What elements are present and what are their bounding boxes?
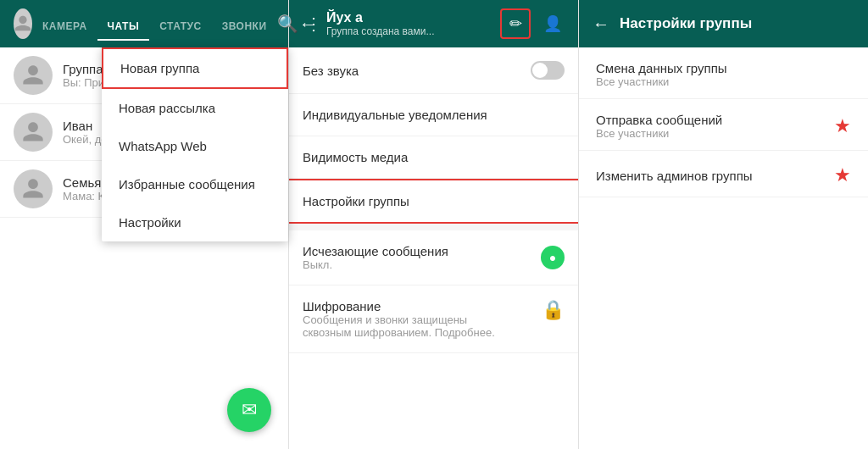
right-back-arrow[interactable]: ← (593, 14, 609, 34)
tab-chats[interactable]: ЧАТЫ (97, 20, 150, 41)
edit-admins-row[interactable]: Изменить админов группы ★ (579, 151, 868, 197)
disappearing-sub: Выкл. (303, 258, 448, 271)
encryption-row[interactable]: Шифрование Сообщения и звонки защищены с… (289, 285, 578, 353)
search-icon[interactable]: 🔍 (277, 14, 298, 34)
group-settings-row[interactable]: Настройки группы (289, 179, 578, 224)
header-actions: ✏ 👤 (500, 8, 568, 39)
avatar (14, 56, 53, 95)
dropdown-menu: Новая группа Новая рассылка WhatsApp Web… (102, 47, 288, 241)
tab-calls[interactable]: ЗВОНКИ (212, 20, 277, 41)
right-panel: ← Настройки группы Смена данных группы В… (578, 0, 868, 449)
add-person-icon: 👤 (543, 14, 562, 33)
change-group-data-row[interactable]: Смена данных группы Все участники (579, 47, 868, 99)
menu-starred[interactable]: Избранные сообщения (102, 165, 288, 203)
mute-row[interactable]: Без звука (289, 47, 578, 94)
lock-icon: 🔒 (542, 299, 565, 321)
avatar (14, 169, 53, 208)
middle-header: ← Йух а Группа создана вами... ✏ 👤 (289, 0, 578, 47)
disappearing-messages-row[interactable]: Исчезающие сообщения Выкл. ● (289, 230, 578, 285)
more-icon[interactable]: ⋮ (305, 14, 322, 34)
change-group-data-title: Смена данных группы (596, 61, 727, 75)
media-visibility-label: Видимость медиа (303, 150, 408, 164)
send-messages-star-icon: ★ (834, 115, 851, 137)
menu-whatsapp-web[interactable]: WhatsApp Web (102, 127, 288, 165)
group-settings-label: Настройки группы (303, 194, 409, 208)
group-info: Йух а Группа создана вами... (326, 10, 490, 37)
disappearing-icon: ● (541, 246, 565, 269)
right-header: ← Настройки группы (579, 0, 868, 47)
user-avatar[interactable] (14, 8, 32, 39)
right-content: Смена данных группы Все участники Отправ… (579, 47, 868, 449)
menu-new-group[interactable]: Новая группа (102, 47, 288, 89)
left-panel: КАМЕРА ЧАТЫ СТАТУС ЗВОНКИ 🔍 ⋮ Новая груп… (0, 0, 288, 449)
menu-new-broadcast[interactable]: Новая рассылка (102, 89, 288, 127)
encryption-title: Шифрование (303, 299, 506, 313)
header-tabs: КАМЕРА ЧАТЫ СТАТУС ЗВОНКИ (32, 7, 277, 41)
mute-label: Без звука (303, 64, 359, 78)
compose-icon: ✉ (242, 399, 257, 421)
encryption-info: Шифрование Сообщения и звонки защищены с… (303, 299, 506, 339)
change-group-data-info: Смена данных группы Все участники (596, 61, 727, 88)
disappearing-label: Исчезающие сообщения (303, 244, 448, 258)
group-subtitle: Группа создана вами... (326, 25, 490, 37)
middle-panel: ← Йух а Группа создана вами... ✏ 👤 Без з… (288, 0, 578, 449)
middle-content: Без звука Индивидуальные уведомления Вид… (289, 47, 578, 449)
section-divider (289, 224, 578, 230)
send-messages-sub: Все участники (596, 127, 722, 140)
tab-status[interactable]: СТАТУС (149, 20, 211, 41)
edit-admins-star-icon: ★ (834, 164, 851, 186)
add-person-button[interactable]: 👤 (537, 8, 568, 39)
left-header: КАМЕРА ЧАТЫ СТАТУС ЗВОНКИ 🔍 ⋮ (0, 0, 288, 47)
custom-notifications-row[interactable]: Индивидуальные уведомления (289, 94, 578, 136)
avatar (14, 113, 53, 152)
compose-fab[interactable]: ✉ (227, 388, 271, 432)
change-group-data-sub: Все участники (596, 75, 727, 88)
group-name: Йух а (326, 10, 490, 25)
mute-toggle[interactable] (531, 61, 565, 80)
edit-admins-info: Изменить админов группы (596, 169, 753, 183)
tab-camera[interactable]: КАМЕРА (32, 20, 97, 41)
edit-admins-title: Изменить админов группы (596, 169, 753, 183)
send-messages-row[interactable]: Отправка сообщений Все участники ★ (579, 99, 868, 151)
disappearing-info: Исчезающие сообщения Выкл. (303, 244, 448, 271)
media-visibility-row[interactable]: Видимость медиа (289, 136, 578, 179)
right-panel-title: Настройки группы (620, 15, 752, 32)
menu-settings[interactable]: Настройки (102, 203, 288, 241)
edit-group-button[interactable]: ✏ (500, 8, 531, 39)
send-messages-info: Отправка сообщений Все участники (596, 113, 722, 140)
encryption-sub: Сообщения и звонки защищены сквозным шиф… (303, 313, 506, 339)
custom-notifications-label: Индивидуальные уведомления (303, 108, 487, 122)
send-messages-title: Отправка сообщений (596, 113, 722, 127)
